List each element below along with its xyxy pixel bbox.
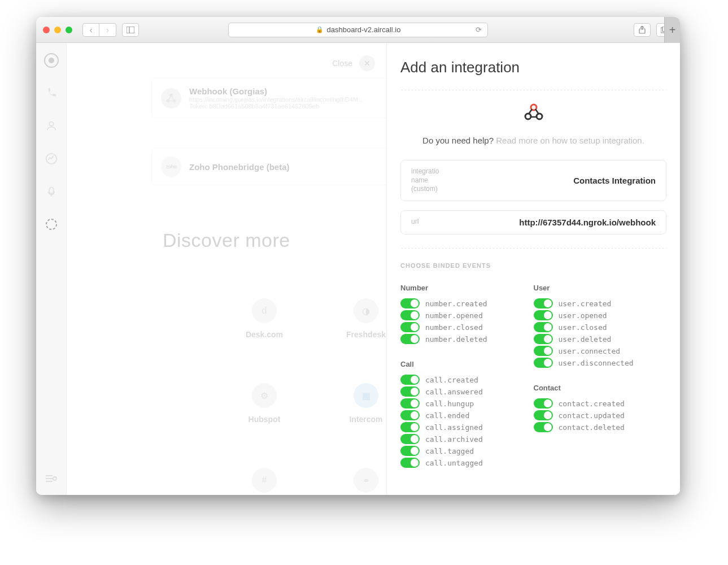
sidebar-item-integrations[interactable] — [43, 216, 60, 233]
svg-point-6 — [49, 58, 54, 63]
svg-rect-9 — [49, 188, 53, 194]
toggle-number-closed[interactable] — [400, 322, 420, 332]
events-grid: Number number.created number.opened numb… — [400, 284, 666, 469]
main-area: Close ✕ Webhook (Gorgias) https://incomi… — [67, 43, 680, 495]
app-content: Close ✕ Webhook (Gorgias) https://incomi… — [36, 43, 680, 495]
desk-icon: d — [252, 298, 277, 323]
svg-point-15 — [169, 93, 173, 97]
svg-point-7 — [49, 122, 53, 126]
toggle-user-created[interactable] — [534, 298, 553, 308]
toggle-contact-deleted[interactable] — [534, 422, 553, 432]
reload-icon[interactable]: ⟳ — [476, 25, 482, 34]
col-user-title: User — [534, 284, 667, 292]
toggle-user-connected[interactable] — [534, 346, 553, 356]
events-col-left: Number number.created number.opened numb… — [400, 284, 534, 469]
hubspot-icon: ⚙ — [252, 383, 277, 408]
integration-url-field[interactable]: url http://67357d44.ngrok.io/webhook — [400, 210, 666, 234]
svg-rect-0 — [127, 27, 134, 33]
col-call-title: Call — [400, 360, 534, 368]
events-section-label: CHOOSE BINDED EVENTS — [400, 262, 666, 269]
svg-point-17 — [173, 99, 176, 102]
forward-button[interactable]: › — [99, 23, 116, 37]
lock-icon: 🔒 — [316, 26, 324, 33]
webhook-icon — [161, 88, 181, 108]
toggle-call-archived[interactable] — [400, 434, 420, 444]
integration-slack: # Slack — [213, 468, 315, 495]
help-text: Do you need help? Read more on how to se… — [400, 136, 666, 145]
integration-hubspot: ⚙ Hubspot — [213, 383, 315, 424]
toggle-contact-created[interactable] — [534, 398, 553, 408]
integration-url-value: http://67357d44.ngrok.io/webhook — [456, 218, 656, 227]
minimize-window-dot[interactable] — [54, 27, 61, 33]
webhook-big-icon — [400, 103, 666, 121]
integration-name-field[interactable]: integratio name (custom) Contacts Integr… — [400, 160, 666, 201]
card-title: Zoho Phonebridge (beta) — [189, 162, 290, 172]
close-window-dot[interactable] — [43, 27, 50, 33]
toggle-user-closed[interactable] — [534, 322, 553, 332]
svg-point-10 — [46, 219, 56, 229]
traffic-lights — [43, 27, 72, 33]
svg-point-20 — [537, 114, 542, 119]
sidebar-toggle-button[interactable] — [122, 23, 139, 37]
toggle-number-created[interactable] — [400, 298, 420, 308]
close-icon: ✕ — [359, 55, 375, 71]
col-number-title: Number — [400, 284, 534, 292]
back-button[interactable]: ‹ — [82, 23, 99, 37]
add-integration-panel: Add an integration Do you need help? Rea… — [386, 43, 680, 495]
address-bar[interactable]: 🔒 dashboard-v2.aircall.io ⟳ — [228, 23, 488, 37]
toggle-number-deleted[interactable] — [400, 334, 420, 344]
toggle-number-opened[interactable] — [400, 310, 420, 320]
toggle-call-assigned[interactable] — [400, 422, 420, 432]
webhook-grid-icon: ⚭ — [354, 468, 378, 493]
svg-point-19 — [525, 114, 531, 119]
toggle-contact-updated[interactable] — [534, 410, 553, 420]
toggle-user-opened[interactable] — [534, 310, 553, 320]
nav-buttons: ‹ › — [82, 23, 116, 37]
sidebar-item-users[interactable] — [43, 118, 60, 134]
svg-point-16 — [167, 99, 170, 102]
svg-point-14 — [53, 477, 56, 480]
close-label: Close — [332, 59, 352, 68]
maximize-window-dot[interactable] — [66, 27, 72, 33]
toggle-user-disconnected[interactable] — [534, 358, 553, 368]
integration-desk: d Desk.com — [213, 298, 315, 339]
toggle-call-ended[interactable] — [400, 410, 420, 420]
discover-heading: Discover more — [163, 229, 290, 251]
slack-icon: # — [252, 468, 277, 493]
events-col-right: User user.created user.opened user.close… — [534, 284, 667, 469]
panel-title: Add an integration — [400, 59, 666, 76]
sidebar-logo[interactable] — [43, 52, 60, 69]
new-tab-button[interactable]: + — [664, 17, 680, 43]
app-sidebar — [36, 43, 67, 495]
toggle-call-hungup[interactable] — [400, 398, 420, 408]
address-text: dashboard-v2.aircall.io — [327, 25, 401, 34]
share-button[interactable] — [634, 23, 651, 37]
sidebar-item-voicemail[interactable] — [43, 183, 60, 200]
freshdesk-icon: ◑ — [354, 298, 378, 323]
sidebar-item-calls[interactable] — [43, 85, 60, 102]
toggle-user-deleted[interactable] — [534, 334, 553, 344]
toggle-call-untagged[interactable] — [400, 458, 420, 468]
sidebar-item-search[interactable] — [46, 475, 57, 486]
titlebar: ‹ › 🔒 dashboard-v2.aircall.io ⟳ + — [36, 17, 680, 43]
card-url: https://incoming.gorgias.io/integrations… — [189, 96, 363, 103]
integration-name-value: Contacts Integration — [456, 176, 656, 185]
divider — [400, 90, 666, 90]
card-token: Token: b8Dad661a508b8a4f731ae61452809eb — [189, 103, 363, 110]
zoho-icon: zoho — [161, 157, 181, 177]
sidebar-item-stats[interactable] — [43, 150, 60, 167]
divider — [400, 248, 666, 249]
browser-window: ‹ › 🔒 dashboard-v2.aircall.io ⟳ + — [36, 17, 680, 495]
toggle-call-answered[interactable] — [400, 386, 420, 397]
help-link[interactable]: Read more on how to setup integration. — [496, 136, 644, 145]
card-title: Webhook (Gorgias) — [189, 86, 363, 96]
col-contact-title: Contact — [534, 384, 667, 392]
intercom-icon: ▦ — [354, 383, 378, 408]
toggle-call-tagged[interactable] — [400, 446, 420, 456]
toggle-call-created[interactable] — [400, 375, 420, 385]
